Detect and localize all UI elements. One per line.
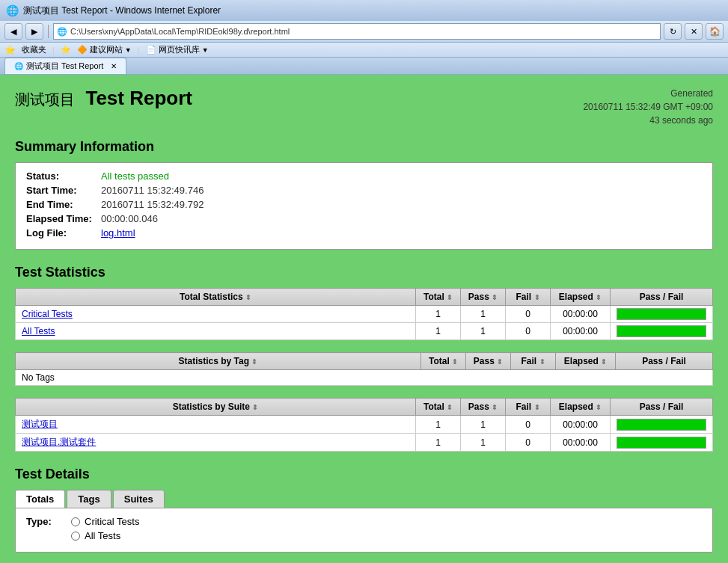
radio-critical[interactable]: Critical Tests bbox=[71, 516, 139, 527]
chevron-down-icon2: ▼ bbox=[202, 46, 209, 54]
table-row: Critical Tests 1 1 0 00:00:00 bbox=[16, 306, 713, 323]
type-row: Type: Critical Tests All Tests bbox=[26, 516, 702, 541]
pass-bar-green bbox=[617, 326, 706, 336]
bookmarks-text: 收藏夹 bbox=[22, 44, 46, 55]
tag-elapsed-header: Elapsed ⇕ bbox=[556, 353, 616, 370]
radio-critical-label: Critical Tests bbox=[85, 516, 139, 527]
bookmarks-bar: ⭐ 收藏夹 | ⭐ 🔶 建议网站 ▼ | 📄 网页快讯库 ▼ bbox=[0, 43, 728, 58]
suite-passfail-header: Pass / Fail bbox=[611, 399, 713, 416]
address-bar[interactable]: 🌐 C:\Users\xny\AppData\Local\Temp\RIDEok… bbox=[53, 23, 661, 40]
page-favicon: 🌐 bbox=[57, 27, 67, 37]
table-row: 测试项目.测试套件 1 1 0 00:00:00 bbox=[16, 434, 713, 452]
log-label: Log File: bbox=[26, 227, 101, 239]
tag-stats-header: Statistics by Tag ⇕ bbox=[16, 353, 421, 370]
table-row: All Tests 1 1 0 00:00:00 bbox=[16, 323, 713, 340]
type-label: Type: bbox=[26, 516, 71, 527]
end-label: End Time: bbox=[26, 199, 101, 210]
suite-fail-header: Fail ⇕ bbox=[506, 399, 551, 416]
suite-stats-header: Statistics by Suite ⇕ bbox=[16, 399, 416, 416]
page-content: 测试项目 Test Report Generated 20160711 15:3… bbox=[0, 75, 728, 563]
suite-pass: 1 bbox=[461, 416, 506, 434]
elapsed-label: Elapsed Time: bbox=[26, 213, 101, 224]
sort-arrow-total[interactable]: ⇕ bbox=[447, 294, 453, 301]
total-stats-header: Total Statistics ⇕ bbox=[16, 289, 416, 306]
summary-status-row: Status: All tests passed bbox=[26, 170, 702, 182]
suite-name-link[interactable]: 测试项目 bbox=[22, 419, 58, 429]
row-fail: 0 bbox=[506, 306, 551, 323]
tag-passfail-header: Pass / Fail bbox=[616, 353, 713, 370]
suite-pass-bar bbox=[617, 419, 706, 431]
table-row: 测试项目 1 1 0 00:00:00 bbox=[16, 416, 713, 434]
row-fail: 0 bbox=[506, 323, 551, 340]
tab-suites[interactable]: Suites bbox=[113, 490, 165, 508]
sort-arrow[interactable]: ⇕ bbox=[245, 294, 251, 301]
tab-tags[interactable]: Tags bbox=[67, 490, 111, 508]
suite-total: 1 bbox=[416, 434, 461, 452]
row-total: 1 bbox=[416, 306, 461, 323]
statistics-heading: Test Statistics bbox=[15, 265, 713, 280]
row-pass: 1 bbox=[461, 323, 506, 340]
browser-tab[interactable]: 🌐 测试项目 Test Report ✕ bbox=[4, 58, 126, 74]
suite-name-link[interactable]: 测试项目.测试套件 bbox=[22, 437, 96, 447]
row-name-link[interactable]: All Tests bbox=[22, 326, 55, 336]
browser-chrome: 🌐 测试项目 Test Report - Windows Internet Ex… bbox=[0, 0, 728, 75]
radio-all-label: All Tests bbox=[85, 530, 120, 541]
title-bar: 🌐 测试项目 Test Report - Windows Internet Ex… bbox=[0, 0, 728, 21]
browser-title: 测试项目 Test Report - Windows Internet Expl… bbox=[23, 4, 221, 17]
report-title: 测试项目 Test Report bbox=[15, 87, 192, 109]
details-box: Type: Critical Tests All Tests bbox=[15, 508, 713, 553]
row-elapsed: 00:00:00 bbox=[551, 306, 611, 323]
summary-log-row: Log File: log.html bbox=[26, 227, 702, 239]
summary-box: Status: All tests passed Start Time: 201… bbox=[15, 162, 713, 250]
suite-pass-bar-green bbox=[617, 437, 706, 448]
bookmark-news[interactable]: 📄 网页快讯库 ▼ bbox=[146, 44, 209, 55]
elapsed-value: 00:00:00.046 bbox=[101, 213, 158, 224]
suite-pass-header: Pass ⇕ bbox=[461, 399, 506, 416]
suite-passfail bbox=[611, 416, 713, 434]
row-name-link[interactable]: Critical Tests bbox=[22, 309, 73, 319]
summary-heading: Summary Information bbox=[15, 139, 713, 155]
details-section: Test Details Totals Tags Suites Type: Cr… bbox=[15, 467, 713, 553]
suite-elapsed: 00:00:00 bbox=[551, 416, 611, 434]
tab-totals[interactable]: Totals bbox=[15, 490, 65, 508]
stop-button[interactable]: ✕ bbox=[685, 23, 703, 40]
suite-pass: 1 bbox=[461, 434, 506, 452]
sort-arrow-tag[interactable]: ⇕ bbox=[251, 358, 257, 366]
home-button[interactable]: 🏠 bbox=[706, 23, 724, 40]
refresh-button[interactable]: ↻ bbox=[664, 23, 682, 40]
sort-arrow-fail[interactable]: ⇕ bbox=[534, 294, 540, 301]
chevron-down-icon: ▼ bbox=[125, 46, 132, 54]
tag-statistics-table: Statistics by Tag ⇕ Total ⇕ Pass ⇕ Fail … bbox=[15, 352, 713, 386]
summary-end-row: End Time: 20160711 15:32:49.792 bbox=[26, 199, 702, 210]
bookmark-icon: 🔶 bbox=[77, 45, 88, 55]
summary-start-row: Start Time: 20160711 15:32:49.746 bbox=[26, 185, 702, 196]
sort-arrow-elapsed[interactable]: ⇕ bbox=[596, 294, 602, 301]
report-title-block: 测试项目 Test Report bbox=[15, 87, 192, 110]
log-link[interactable]: log.html bbox=[101, 227, 135, 239]
tag-total-header: Total ⇕ bbox=[421, 353, 466, 370]
suite-statistics-table: Statistics by Suite ⇕ Total ⇕ Pass ⇕ Fai… bbox=[15, 398, 713, 452]
tag-pass-header: Pass ⇕ bbox=[466, 353, 511, 370]
bookmark-suggest[interactable]: 🔶 建议网站 ▼ bbox=[77, 44, 132, 55]
bookmark-news-icon: 📄 bbox=[146, 45, 156, 55]
pass-bar bbox=[617, 308, 706, 320]
suite-pass-bar-green bbox=[617, 419, 706, 430]
suite-passfail bbox=[611, 434, 713, 452]
total-statistics-table: Total Statistics ⇕ Total ⇕ Pass ⇕ Fail ⇕… bbox=[15, 288, 713, 340]
address-text: C:\Users\xny\AppData\Local\Temp\RIDEokl9… bbox=[70, 27, 657, 36]
back-button[interactable]: ◀ bbox=[4, 23, 22, 40]
start-label: Start Time: bbox=[26, 185, 101, 196]
sort-arrow-pass[interactable]: ⇕ bbox=[492, 294, 498, 301]
end-value: 20160711 15:32:49.792 bbox=[101, 199, 204, 210]
star-icon: ⭐ bbox=[61, 45, 71, 55]
suite-total: 1 bbox=[416, 416, 461, 434]
report-title-prefix: 测试项目 bbox=[15, 91, 75, 108]
tab-close-icon[interactable]: ✕ bbox=[111, 62, 117, 70]
radio-all[interactable]: All Tests bbox=[71, 530, 139, 541]
details-tabs: Totals Tags Suites bbox=[15, 490, 713, 508]
sort-arrow-suite[interactable]: ⇕ bbox=[252, 404, 258, 411]
radio-circle-all bbox=[71, 532, 80, 541]
row-pass: 1 bbox=[461, 306, 506, 323]
forward-button[interactable]: ▶ bbox=[25, 23, 43, 40]
pass-bar bbox=[617, 325, 706, 337]
